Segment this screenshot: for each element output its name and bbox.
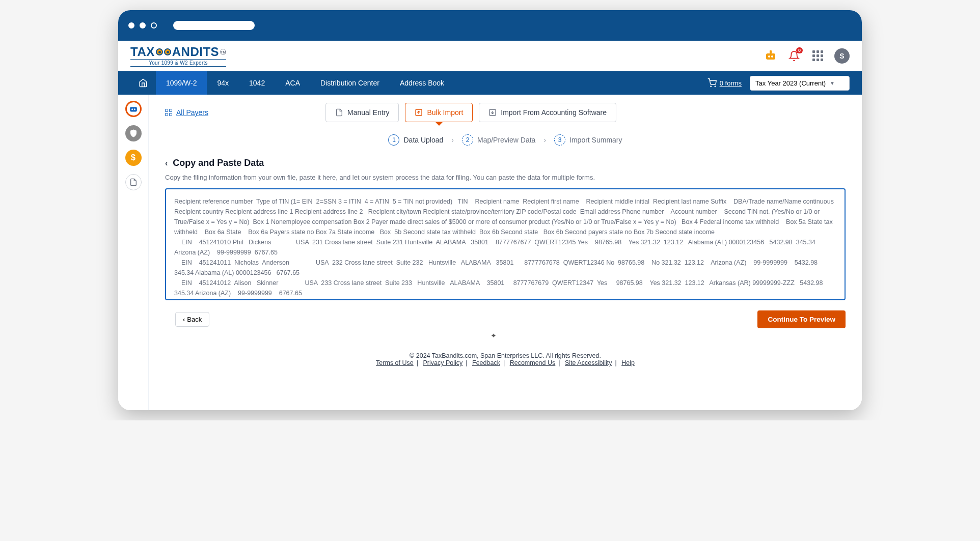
top-nav: 1099/W-2 94x 1042 ACA Distribution Cente…: [118, 71, 862, 95]
window-dot-close[interactable]: [128, 22, 134, 29]
step-1-number: 1: [388, 134, 399, 146]
tax-year-dropdown[interactable]: Tax Year 2023 (Current) ▼: [750, 76, 850, 91]
browser-titlebar: [118, 10, 862, 41]
forms-count-label: 0 forms: [720, 79, 742, 87]
main-content: All Payers Manual Entry Bulk Import Impo…: [149, 95, 862, 410]
step-3-label: Import Summary: [569, 136, 622, 144]
upload-icon: [415, 108, 423, 117]
step-3-number: 3: [554, 134, 565, 146]
logo-subtitle: Your 1099 & W2 Experts: [130, 59, 226, 67]
tab-manual-label: Manual Entry: [347, 108, 389, 117]
step-2-label: Map/Preview Data: [477, 136, 535, 144]
grid-icon: [165, 109, 172, 116]
step-1-label: Data Upload: [403, 136, 443, 144]
back-button-label: Back: [187, 316, 202, 323]
nav-1099-w2[interactable]: 1099/W-2: [156, 71, 207, 95]
app-header: TAX ANDITS TM Your 1099 & W2 Experts 0 S: [118, 41, 862, 71]
nav-home[interactable]: [130, 71, 156, 95]
footer-link-recommend[interactable]: Recommend Us: [510, 359, 556, 366]
paste-data-textarea[interactable]: [165, 188, 846, 300]
window-controls: [128, 22, 157, 29]
logo[interactable]: TAX ANDITS TM Your 1099 & W2 Experts: [130, 45, 226, 67]
chevron-right-icon: ›: [543, 136, 546, 144]
tab-bulk-label: Bulk Import: [427, 108, 463, 117]
logo-text-tax: TAX: [130, 45, 155, 59]
rail-shield-icon[interactable]: [125, 125, 142, 141]
all-payers-link[interactable]: All Payers: [165, 108, 208, 117]
footer-link-privacy[interactable]: Privacy Policy: [423, 359, 462, 366]
tab-manual-entry[interactable]: Manual Entry: [325, 103, 399, 122]
nav-address-book[interactable]: Address Book: [390, 71, 454, 95]
all-payers-label: All Payers: [176, 108, 208, 117]
wizard-steps: 1 Data Upload › 2 Map/Preview Data › 3 I…: [165, 134, 846, 146]
svg-rect-0: [766, 53, 775, 60]
chevron-left-icon: ‹: [183, 316, 185, 323]
rail-bot-icon[interactable]: [125, 101, 142, 117]
nav-distribution-center[interactable]: Distribution Center: [310, 71, 390, 95]
cart-icon: [707, 78, 717, 88]
footer-link-feedback[interactable]: Feedback: [472, 359, 500, 366]
back-chevron-icon[interactable]: ‹: [165, 159, 168, 168]
footer-link-terms[interactable]: Terms of Use: [376, 359, 414, 366]
svg-point-4: [711, 86, 712, 87]
svg-point-2: [771, 55, 773, 58]
svg-rect-3: [770, 50, 772, 53]
svg-point-7: [131, 108, 133, 110]
bot-icon[interactable]: [764, 49, 777, 63]
chevron-right-icon: ›: [451, 136, 454, 144]
step-3[interactable]: 3 Import Summary: [554, 134, 622, 146]
apps-grid-icon[interactable]: [811, 49, 824, 63]
url-bar[interactable]: [173, 21, 255, 30]
section-title-row: ‹ Copy and Paste Data: [165, 158, 846, 168]
logo-eyes-icon: [156, 48, 171, 55]
logo-text-andits: ANDITS: [172, 45, 219, 59]
logo-tm: TM: [220, 49, 226, 55]
import-icon: [488, 108, 497, 117]
back-button[interactable]: ‹ Back: [175, 312, 209, 327]
cursor-icon: ⌖: [492, 331, 862, 340]
tax-year-value: Tax Year 2023 (Current): [755, 79, 826, 87]
chevron-down-icon: ▼: [830, 80, 835, 86]
continue-to-preview-button[interactable]: Continue To Preview: [757, 310, 846, 328]
step-1[interactable]: 1 Data Upload: [388, 134, 443, 146]
user-avatar[interactable]: S: [834, 48, 850, 64]
nav-1042[interactable]: 1042: [239, 71, 275, 95]
browser-frame: TAX ANDITS TM Your 1099 & W2 Experts 0 S: [118, 10, 862, 410]
rail-dollar-icon[interactable]: $: [125, 150, 142, 166]
action-row: ‹ Back Continue To Preview: [165, 310, 846, 328]
svg-rect-6: [130, 107, 137, 111]
home-icon: [139, 78, 148, 88]
footer: © 2024 TaxBandits.com, Span Enterprises …: [165, 337, 846, 377]
nav-aca[interactable]: ACA: [275, 71, 310, 95]
tab-accounting-import[interactable]: Import From Accounting Software: [479, 103, 616, 122]
footer-link-accessibility[interactable]: Site Accessibility: [565, 359, 612, 366]
notification-bell-icon[interactable]: 0: [787, 49, 801, 63]
forms-cart[interactable]: 0 forms: [707, 78, 742, 88]
window-dot-maximize[interactable]: [151, 22, 157, 29]
step-2-number: 2: [462, 134, 473, 146]
tab-accounting-label: Import From Accounting Software: [501, 108, 607, 117]
footer-copyright: © 2024 TaxBandits.com, Span Enterprises …: [165, 352, 846, 359]
footer-link-help[interactable]: Help: [621, 359, 635, 366]
entry-tabs: Manual Entry Bulk Import Import From Acc…: [325, 103, 616, 122]
section-description: Copy the filing information from your ow…: [165, 174, 846, 181]
left-rail: $: [118, 95, 149, 410]
svg-point-5: [715, 86, 716, 87]
window-dot-minimize[interactable]: [140, 22, 146, 29]
svg-point-8: [133, 108, 135, 110]
notification-count-badge: 0: [796, 47, 803, 53]
step-2[interactable]: 2 Map/Preview Data: [462, 134, 535, 146]
svg-point-1: [768, 55, 770, 58]
app-body: $ All Payers Manual Entry Bu: [118, 95, 862, 410]
nav-94x[interactable]: 94x: [207, 71, 239, 95]
tab-bulk-import[interactable]: Bulk Import: [405, 103, 473, 122]
section-title: Copy and Paste Data: [173, 158, 264, 168]
rail-document-icon[interactable]: [125, 174, 142, 190]
document-icon: [335, 108, 343, 117]
header-right: 0 S: [764, 48, 850, 64]
